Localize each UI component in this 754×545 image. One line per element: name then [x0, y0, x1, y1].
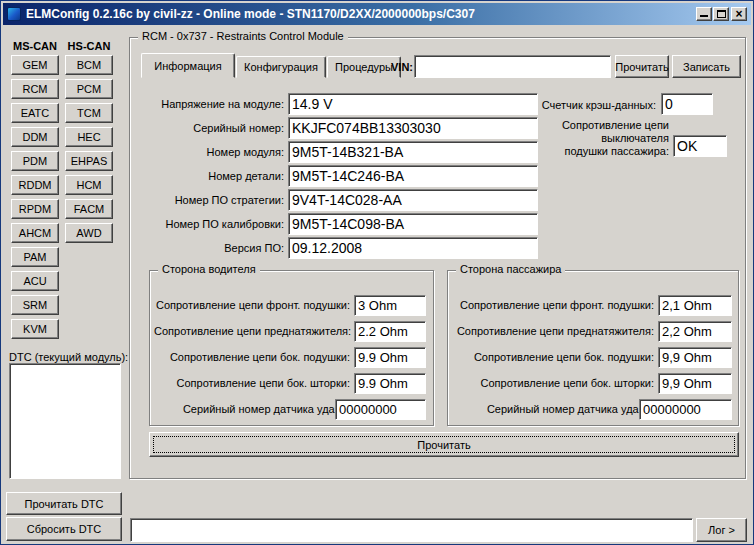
part-num-label: Номер детали: — [131, 170, 284, 182]
maximize-icon — [717, 10, 726, 18]
minimize-icon — [700, 15, 708, 17]
pass-switch-field[interactable] — [673, 135, 727, 157]
tab-information[interactable]: Информация — [141, 53, 235, 78]
sidebar-item-rcm[interactable]: RCM — [11, 79, 59, 99]
sidebar-item-ahcm[interactable]: AHCM — [11, 223, 59, 243]
hs-can-header: HS-CAN — [63, 40, 115, 52]
title-bar[interactable]: ELMConfig 0.2.16c by civil-zz - Online m… — [3, 3, 751, 25]
passenger-pretensioner-field[interactable] — [658, 321, 732, 342]
passenger-front-airbag-label: Сопротивление цепи фронт. подушки: — [452, 299, 654, 311]
sidebar-item-tcm[interactable]: TCM — [65, 103, 113, 123]
calibration-label: Номер ПО калибровки: — [131, 218, 284, 230]
window-title: ELMConfig 0.2.16c by civil-zz - Online m… — [26, 7, 475, 21]
passenger-front-airbag-field[interactable] — [658, 295, 732, 316]
ms-can-header: MS-CAN — [9, 40, 61, 52]
sidebar-item-bcm[interactable]: BCM — [65, 55, 113, 75]
driver-side-title: Сторона водителя — [158, 263, 260, 275]
tab-procedures[interactable]: Процедуры — [327, 56, 401, 78]
dtc-listbox[interactable] — [9, 363, 121, 479]
close-icon: × — [735, 8, 742, 20]
calibration-field[interactable] — [288, 213, 538, 235]
read-all-button[interactable]: Прочитать — [149, 432, 739, 457]
driver-side-airbag-label: Сопротивление цепи бок. подушки: — [154, 351, 350, 363]
clear-dtc-button[interactable]: Сбросить DTC — [6, 517, 122, 541]
module-group-title: RCM - 0x737 - Restraints Control Module — [138, 30, 348, 42]
sidebar-item-ehpas[interactable]: EHPAS — [65, 151, 113, 171]
voltage-label: Напряжение на модуле: — [131, 98, 284, 110]
serial-label: Серийный номер: — [131, 122, 284, 134]
sw-version-label: Версия ПО: — [131, 242, 284, 254]
sidebar-item-pam[interactable]: PAM — [11, 247, 59, 267]
close-button[interactable]: × — [731, 7, 747, 21]
sidebar-item-awd[interactable]: AWD — [65, 223, 113, 243]
driver-curtain-label: Сопротивление цепи бок. шторки: — [154, 377, 350, 389]
module-num-field[interactable] — [288, 141, 538, 163]
sidebar-item-gem[interactable]: GEM — [11, 55, 59, 75]
dtc-list-label: DTC (текущий модуль): — [9, 351, 128, 363]
sidebar-item-rddm[interactable]: RDDM — [11, 175, 59, 195]
vin-read-button[interactable]: Прочитать — [615, 55, 669, 78]
log-button[interactable]: Лог > — [696, 518, 747, 542]
driver-front-airbag-label: Сопротивление цепи фронт. подушки: — [154, 299, 350, 311]
driver-crash-sensor-label: Серийный номер датчика удара: — [154, 403, 350, 415]
pass-switch-label: Сопротивление цепи выключателя подушки п… — [521, 119, 669, 158]
log-input[interactable] — [130, 518, 693, 542]
driver-pretensioner-label: Сопротивление цепи преднатяжителя: — [154, 325, 350, 337]
strategy-label: Номер ПО стратегии: — [131, 194, 284, 206]
part-num-field[interactable] — [288, 165, 538, 187]
vin-write-button[interactable]: Записать — [672, 55, 741, 78]
sidebar-item-kvm[interactable]: KVM — [11, 319, 59, 339]
serial-field[interactable] — [288, 117, 538, 139]
passenger-pretensioner-label: Сопротивление цепи преднатяжителя: — [452, 325, 654, 337]
crash-counter-label: Счетчик крэш-данных: — [501, 99, 656, 111]
driver-side-group: Сторона водителя Сопротивление цепи фрон… — [149, 270, 434, 426]
sidebar-item-srm[interactable]: SRM — [11, 295, 59, 315]
sidebar-item-eatc[interactable]: EATC — [11, 103, 59, 123]
passenger-crash-sensor-label: Серийный номер датчика удара: — [452, 403, 654, 415]
passenger-side-title: Сторона пассажира — [456, 263, 565, 275]
sidebar-item-facm[interactable]: FACM — [65, 199, 113, 219]
passenger-side-airbag-label: Сопротивление цепи бок. подушки: — [452, 351, 654, 363]
passenger-curtain-field[interactable] — [658, 373, 732, 394]
sidebar-item-pcm[interactable]: PCM — [65, 79, 113, 99]
sidebar-item-rpdm[interactable]: RPDM — [11, 199, 59, 219]
read-dtc-button[interactable]: Прочитать DTC — [6, 492, 122, 515]
passenger-side-group: Сторона пассажира Сопротивление цепи фро… — [447, 270, 739, 426]
passenger-curtain-label: Сопротивление цепи бок. шторки: — [452, 377, 654, 389]
strategy-field[interactable] — [288, 189, 538, 211]
passenger-side-airbag-field[interactable] — [658, 347, 732, 368]
sidebar-item-pdm[interactable]: PDM — [11, 151, 59, 171]
maximize-button[interactable] — [713, 7, 729, 21]
driver-crash-sensor-field[interactable] — [335, 399, 426, 420]
sw-version-field[interactable] — [288, 237, 538, 259]
driver-curtain-field[interactable] — [354, 373, 426, 394]
app-window: ELMConfig 0.2.16c by civil-zz - Online m… — [0, 0, 754, 545]
sidebar-item-acu[interactable]: ACU — [11, 271, 59, 291]
app-icon[interactable] — [7, 7, 21, 21]
driver-pretensioner-field[interactable] — [354, 321, 426, 342]
sidebar-item-hec[interactable]: HEC — [65, 127, 113, 147]
driver-front-airbag-field[interactable] — [354, 295, 426, 316]
sidebar-item-hcm[interactable]: HCM — [65, 175, 113, 195]
crash-counter-field[interactable] — [661, 93, 713, 115]
passenger-crash-sensor-field[interactable] — [639, 399, 732, 420]
driver-side-airbag-field[interactable] — [354, 347, 426, 368]
sidebar-item-ddm[interactable]: DDM — [11, 127, 59, 147]
vin-input[interactable] — [414, 55, 611, 78]
minimize-button[interactable] — [696, 7, 712, 21]
module-num-label: Номер модуля: — [131, 146, 284, 158]
tab-configuration[interactable]: Конфигурация — [236, 56, 326, 78]
vin-label: VIN: — [391, 61, 413, 73]
